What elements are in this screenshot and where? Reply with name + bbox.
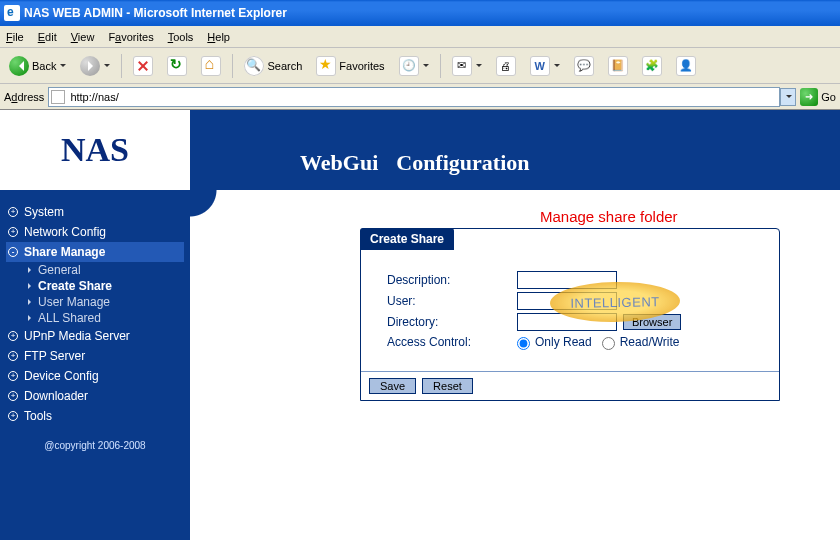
research-icon: 📔 (608, 56, 628, 76)
menu-help[interactable]: Help (207, 31, 230, 43)
page-title: WebGuiConfiguration (300, 150, 530, 176)
search-icon (244, 56, 264, 76)
sidebar-sub-user-manage[interactable]: User Manage (28, 294, 184, 310)
sidebar-sub-all-shared[interactable]: ALL Shared (28, 310, 184, 326)
tool-button[interactable]: 🧩 (637, 53, 667, 79)
refresh-icon (167, 56, 187, 76)
row-description: Description: (387, 271, 753, 289)
back-label: Back (32, 60, 56, 72)
title-left: WebGui (300, 150, 378, 175)
messenger-button[interactable]: 👤 (671, 53, 701, 79)
sidebar-sub-create-share[interactable]: Create Share (28, 278, 184, 294)
input-user[interactable] (517, 292, 617, 310)
star-icon (316, 56, 336, 76)
input-description[interactable] (517, 271, 617, 289)
sidebar-item-share-manage[interactable]: -Share Manage (6, 242, 184, 262)
plus-icon: + (8, 411, 18, 421)
sidebar-item-network-config[interactable]: +Network Config (6, 222, 184, 242)
sidebar-item-tools[interactable]: +Tools (6, 406, 184, 426)
url-dropdown[interactable] (780, 88, 796, 106)
menu-file[interactable]: File (6, 31, 24, 43)
search-label: Search (267, 60, 302, 72)
logo-block: NAS (0, 110, 190, 190)
discuss-icon: 💬 (574, 56, 594, 76)
plus-icon: + (8, 351, 18, 361)
separator (121, 54, 122, 78)
sidebar-item-label: Device Config (24, 369, 99, 383)
stop-button[interactable] (128, 53, 158, 79)
row-access-control: Access Control: Only Read Read/Write (387, 334, 753, 350)
toolbar: Back Search Favorites 🕘 ✉ 🖨 W 💬 📔 🧩 👤 (0, 48, 840, 84)
main-content: Manage share folder Create Share Descrip… (190, 190, 840, 540)
sidebar-item-label: FTP Server (24, 349, 85, 363)
dropdown-icon (104, 64, 110, 70)
sidebar-item-label: UPnP Media Server (24, 329, 130, 343)
reset-button[interactable]: Reset (422, 378, 473, 394)
label-only-read: Only Read (535, 335, 592, 349)
sidebar-item-upnp[interactable]: +UPnP Media Server (6, 326, 184, 346)
label-description: Description: (387, 273, 517, 287)
mail-icon: ✉ (452, 56, 472, 76)
separator (440, 54, 441, 78)
mail-button[interactable]: ✉ (447, 53, 487, 79)
radio-only-read[interactable] (517, 337, 530, 350)
sidebar-item-downloader[interactable]: +Downloader (6, 386, 184, 406)
research-button[interactable]: 📔 (603, 53, 633, 79)
radio-read-write[interactable] (602, 337, 615, 350)
dropdown-icon (554, 64, 560, 70)
stop-icon (133, 56, 153, 76)
plus-icon: + (8, 371, 18, 381)
header-title-area: WebGuiConfiguration (190, 110, 840, 190)
triangle-icon (28, 315, 34, 321)
refresh-button[interactable] (162, 53, 192, 79)
word-icon: W (530, 56, 550, 76)
annotation-text: Manage share folder (540, 208, 678, 225)
url-field[interactable] (48, 87, 780, 107)
sidebar-item-label: Tools (24, 409, 52, 423)
back-button[interactable]: Back (4, 53, 71, 79)
triangle-icon (28, 299, 34, 305)
button-row: Save Reset (361, 371, 779, 400)
label-user: User: (387, 294, 517, 308)
chevron-down-icon (786, 95, 792, 101)
forward-icon (80, 56, 100, 76)
print-button[interactable]: 🖨 (491, 53, 521, 79)
sidebar-sub-general[interactable]: General (28, 262, 184, 278)
page: NAS WebGuiConfiguration +System +Network… (0, 110, 840, 540)
menu-view[interactable]: View (71, 31, 95, 43)
sidebar-item-ftp[interactable]: +FTP Server (6, 346, 184, 366)
row-user: User: (387, 292, 753, 310)
menu-edit[interactable]: Edit (38, 31, 57, 43)
title-right: Configuration (396, 150, 529, 175)
sidebar-submenu: General Create Share User Manage ALL Sha… (28, 262, 184, 326)
menu-tools[interactable]: Tools (168, 31, 194, 43)
minus-icon: - (8, 247, 18, 257)
search-button[interactable]: Search (239, 53, 307, 79)
favorites-button[interactable]: Favorites (311, 53, 389, 79)
separator (232, 54, 233, 78)
label-directory: Directory: (387, 315, 517, 329)
triangle-icon (28, 283, 34, 289)
sidebar-item-system[interactable]: +System (6, 202, 184, 222)
history-button[interactable]: 🕘 (394, 53, 434, 79)
row-directory: Directory: Browser (387, 313, 753, 331)
browser-button[interactable]: Browser (623, 314, 681, 330)
plus-icon: + (8, 331, 18, 341)
sidebar-item-device-config[interactable]: +Device Config (6, 366, 184, 386)
discuss-button[interactable]: 💬 (569, 53, 599, 79)
page-body: +System +Network Config -Share Manage Ge… (0, 190, 840, 540)
url-input[interactable] (68, 90, 777, 104)
sidebar-item-label: Share Manage (24, 245, 105, 259)
messenger-icon: 👤 (676, 56, 696, 76)
page-header: NAS WebGuiConfiguration (0, 110, 840, 190)
input-directory[interactable] (517, 313, 617, 331)
home-button[interactable] (196, 53, 226, 79)
page-icon (51, 90, 65, 104)
forward-button[interactable] (75, 53, 115, 79)
edit-button[interactable]: W (525, 53, 565, 79)
sidebar-item-label: User Manage (38, 295, 110, 309)
go-button[interactable]: ➜ Go (800, 88, 836, 106)
dropdown-icon (60, 64, 66, 70)
menu-favorites[interactable]: Favorites (108, 31, 153, 43)
save-button[interactable]: Save (369, 378, 416, 394)
